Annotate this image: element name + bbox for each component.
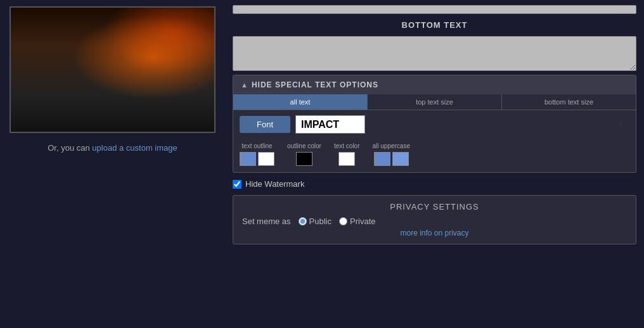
private-option[interactable]: Private <box>339 217 375 226</box>
meme-bg <box>11 8 214 132</box>
left-panel: Or, you can upload a custom image <box>0 0 225 328</box>
top-text-section <box>233 5 636 14</box>
text-color-label: text color <box>334 142 360 149</box>
outline-color-label: outline color <box>287 142 321 149</box>
all-uppercase-swatch-blue[interactable] <box>374 152 390 166</box>
all-uppercase-swatches <box>374 152 409 166</box>
text-outline-option: text outline <box>240 142 274 166</box>
special-options-panel: ▲ HIDE SPECIAL TEXT OPTIONS all text top… <box>233 75 636 173</box>
more-info-link[interactable]: more info on privacy <box>242 229 627 237</box>
outline-color-swatch-black[interactable] <box>296 152 312 166</box>
text-outline-swatches <box>240 152 274 166</box>
upload-link[interactable]: upload a custom image <box>92 143 177 153</box>
top-text-input[interactable] <box>233 5 636 14</box>
outline-color-option: outline color <box>287 142 321 166</box>
font-row: Font IMPACT Arial Comic Sans <box>233 110 636 139</box>
meme-preview <box>10 6 216 133</box>
tab-top-text-size[interactable]: top text size <box>368 94 502 110</box>
special-options-title: HIDE SPECIAL TEXT OPTIONS <box>252 80 378 89</box>
all-uppercase-label: all uppercase <box>373 142 410 149</box>
text-outline-swatch-white[interactable] <box>258 152 274 166</box>
bottom-text-input[interactable] <box>233 36 636 71</box>
upload-custom-text: Or, you can upload a custom image <box>48 143 177 153</box>
private-label: Private <box>350 217 375 226</box>
text-outline-swatch-blue[interactable] <box>240 152 256 166</box>
tab-bottom-text-size[interactable]: bottom text size <box>502 94 636 110</box>
special-options-toggle[interactable]: ▲ HIDE SPECIAL TEXT OPTIONS <box>233 75 636 94</box>
text-color-option: text color <box>334 142 360 166</box>
toggle-arrow-icon: ▲ <box>241 81 248 89</box>
set-meme-as-label: Set meme as <box>242 217 291 226</box>
all-uppercase-swatch-blue2[interactable] <box>392 152 409 166</box>
public-radio[interactable] <box>299 217 307 225</box>
font-button[interactable]: Font <box>240 116 290 133</box>
outline-color-swatches <box>296 152 312 166</box>
text-color-swatches <box>338 152 355 166</box>
privacy-panel: PRIVACY SETTINGS Set meme as Public Priv… <box>233 195 636 244</box>
text-outline-label: text outline <box>242 142 272 149</box>
upload-prefix: Or, you can <box>48 143 92 153</box>
text-size-tabs: all text top text size bottom text size <box>233 94 636 110</box>
watermark-label: Hide Watermark <box>245 179 304 189</box>
privacy-row: Set meme as Public Private <box>242 217 627 226</box>
color-options-row: text outline outline color text color <box>233 139 636 172</box>
bottom-text-label: BOTTOM TEXT <box>233 18 636 32</box>
public-label: Public <box>309 217 332 226</box>
privacy-title: PRIVACY SETTINGS <box>242 202 627 211</box>
right-panel: BOTTOM TEXT ▲ HIDE SPECIAL TEXT OPTIONS … <box>225 0 644 328</box>
all-uppercase-option: all uppercase <box>373 142 410 166</box>
watermark-checkbox[interactable] <box>233 180 242 189</box>
watermark-row: Hide Watermark <box>233 177 636 191</box>
tab-all-text[interactable]: all text <box>233 94 368 110</box>
private-radio[interactable] <box>339 217 347 225</box>
public-option[interactable]: Public <box>299 217 332 226</box>
font-select-wrapper: IMPACT Arial Comic Sans <box>295 115 629 134</box>
font-select[interactable]: IMPACT Arial Comic Sans <box>295 115 365 134</box>
text-color-swatch-white[interactable] <box>338 152 355 166</box>
